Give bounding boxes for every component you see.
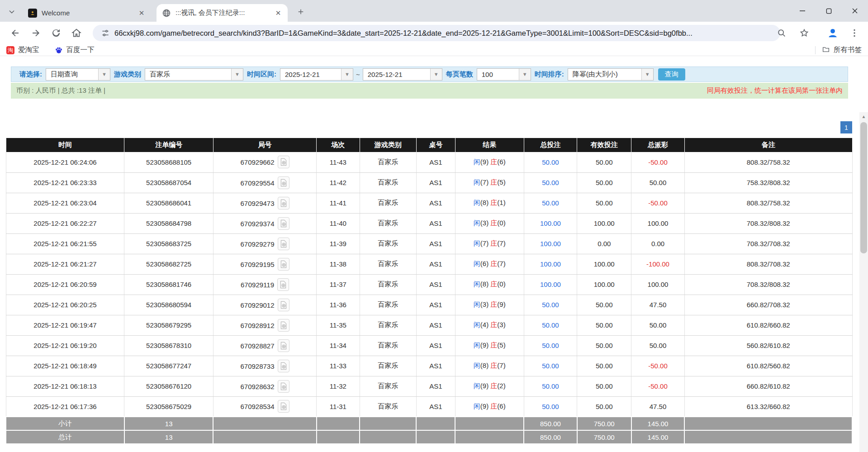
video-replay-icon	[280, 321, 287, 329]
bookmarks-divider	[815, 46, 816, 54]
cell-round-id: 670929012	[213, 295, 316, 315]
select-mode-label: 请选择:	[19, 70, 42, 79]
cell-time: 2025-12-21 06:20:59	[6, 274, 124, 295]
cell-valid-bet: 50.00	[577, 376, 631, 396]
sort-label: 时间排序:	[535, 70, 564, 79]
cell-time: 2025-12-21 06:19:20	[6, 335, 124, 356]
page-size-select[interactable]: 100 ▼	[477, 68, 531, 81]
cell-session: 11-38	[317, 254, 360, 274]
footer-valid-bet: 750.00	[577, 430, 631, 444]
video-replay-button[interactable]	[278, 238, 289, 250]
address-bar[interactable]: 66cxkj98.com/game/betrecord_search/kind3…	[93, 25, 780, 41]
cell-time: 2025-12-21 06:21:55	[6, 233, 124, 254]
cell-bet-id: 523058681746	[124, 274, 213, 295]
scroll-up-icon[interactable]: ▲	[859, 112, 868, 121]
close-window-button[interactable]	[842, 0, 868, 22]
site-settings-icon[interactable]	[101, 29, 110, 38]
maximize-button[interactable]	[816, 0, 842, 22]
search-button[interactable]: 查询	[658, 68, 685, 81]
bookmark-taobao[interactable]: 淘 爱淘宝	[6, 45, 39, 55]
bookmark-baidu[interactable]: 百度一下	[55, 45, 95, 55]
cell-result: 闲(7) 庄(5)	[455, 172, 524, 193]
column-header: 总派彩	[631, 138, 685, 152]
cell-session: 11-39	[317, 233, 360, 254]
cell-remark: 660.82/610.82	[684, 376, 852, 396]
zoom-icon[interactable]	[777, 28, 787, 38]
video-replay-button[interactable]	[278, 176, 289, 189]
bookmarks-bar: 淘 爱淘宝 百度一下 所有书签	[0, 44, 868, 56]
cell-total-bet: 50.00	[524, 295, 577, 315]
cell-session: 11-33	[317, 356, 360, 376]
tab-welcome[interactable]: Welcome ✕	[23, 4, 151, 22]
cell-time: 2025-12-21 06:21:27	[6, 254, 124, 274]
video-replay-button[interactable]	[278, 400, 289, 413]
video-replay-button[interactable]	[277, 278, 289, 291]
footer-empty	[684, 417, 852, 430]
cell-time: 2025-12-21 06:23:33	[6, 172, 124, 193]
forward-icon[interactable]	[30, 28, 41, 38]
scrollbar-thumb[interactable]	[860, 122, 867, 253]
home-icon[interactable]	[71, 28, 82, 38]
reload-icon[interactable]	[51, 28, 62, 38]
video-replay-button[interactable]	[278, 339, 289, 352]
minimize-button[interactable]	[789, 0, 816, 22]
video-replay-button[interactable]	[278, 217, 289, 230]
column-header: 备注	[684, 138, 852, 152]
tab-search-button[interactable]	[5, 5, 18, 18]
all-bookmarks-button[interactable]: 所有书签	[822, 45, 862, 55]
video-replay-button[interactable]	[278, 319, 289, 332]
cell-session: 11-35	[317, 315, 360, 335]
cell-round-id: 670928632	[213, 376, 316, 396]
cell-bet-id: 523058680594	[124, 295, 213, 315]
cell-game-type: 百家乐	[360, 315, 416, 335]
pagination-page-1[interactable]: 1	[840, 121, 852, 133]
browser-menu-icon[interactable]	[849, 28, 860, 38]
cell-result: 闲(3) 庄(9)	[455, 295, 524, 315]
date-start-select[interactable]: 2025-12-21 ▼	[280, 68, 353, 81]
video-replay-button[interactable]	[278, 360, 289, 372]
table-row: 2025-12-21 06:23:04 523058686041 6709294…	[6, 193, 852, 213]
column-header: 场次	[317, 138, 360, 152]
cell-time: 2025-12-21 06:24:06	[6, 152, 124, 172]
video-replay-button[interactable]	[278, 299, 289, 311]
new-tab-button[interactable]	[295, 6, 307, 18]
bookmark-star-icon[interactable]	[799, 28, 809, 38]
cell-bet-id: 523058682725	[124, 254, 213, 274]
cell-bet-id: 523058675029	[124, 396, 213, 417]
tab-close-icon[interactable]: ✕	[273, 8, 283, 18]
notice-text: 同局有效投注，统一计算在该局第一张注单内	[707, 86, 843, 95]
plus-icon	[297, 8, 305, 16]
date-end-select[interactable]: 2025-12-21 ▼	[363, 68, 442, 81]
cell-remark: 808.32/758.32	[684, 152, 852, 172]
profile-avatar[interactable]	[825, 26, 840, 40]
back-icon[interactable]	[10, 28, 21, 38]
filter-bar: 请选择: 日期查询 ▼ 游戏类别 百家乐 ▼ 时间区间: 2025-12-21 …	[11, 67, 848, 82]
cell-time: 2025-12-21 06:17:36	[6, 396, 124, 417]
sort-select[interactable]: 降幂(由大到小) ▼	[568, 68, 654, 81]
cell-bet-id: 523058684798	[124, 213, 213, 233]
video-replay-button[interactable]	[278, 156, 289, 168]
query-mode-select[interactable]: 日期查询 ▼	[46, 68, 110, 81]
cell-session: 11-32	[317, 376, 360, 396]
tab-close-icon[interactable]: ✕	[137, 8, 147, 18]
url-text[interactable]: 66cxkj98.com/game/betrecord_search/kind3…	[114, 29, 775, 38]
cell-bet-id: 523058686041	[124, 193, 213, 213]
cell-total-bet: 100.00	[524, 254, 577, 274]
cell-valid-bet: 50.00	[577, 172, 631, 193]
page-size-value: 100	[477, 69, 519, 80]
cell-result: 闲(8) 庄(7)	[455, 356, 524, 376]
vertical-scrollbar[interactable]: ▲ ▼	[859, 112, 868, 452]
video-replay-button[interactable]	[278, 380, 289, 393]
video-replay-button[interactable]	[278, 258, 289, 271]
cell-game-type: 百家乐	[360, 396, 416, 417]
table-row: 2025-12-21 06:19:47 523058679295 6709289…	[6, 315, 852, 335]
game-type-select[interactable]: 百家乐 ▼	[145, 68, 243, 81]
chevron-down-icon	[8, 8, 15, 15]
site-logo-icon	[28, 9, 37, 18]
cell-game-type: 百家乐	[360, 295, 416, 315]
cell-session: 11-37	[317, 274, 360, 295]
video-replay-button[interactable]	[278, 197, 289, 209]
video-replay-icon	[280, 179, 287, 187]
footer-label: 小计	[6, 417, 124, 430]
tab-bet-records[interactable]: :::视讯, 会员下注纪录::: ✕	[157, 4, 288, 22]
